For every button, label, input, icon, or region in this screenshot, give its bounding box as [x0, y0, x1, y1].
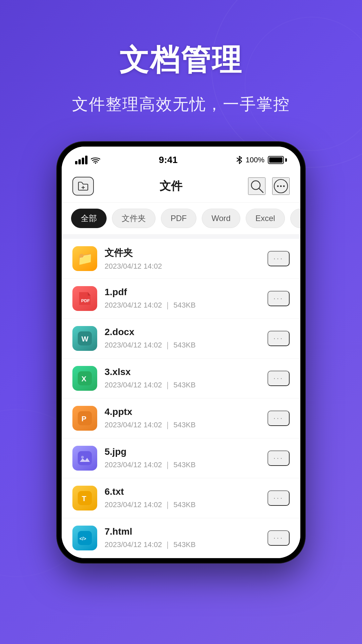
file-meta: 2023/04/12 14:02 ｜ 543KB: [105, 340, 260, 350]
file-name: 4.pptx: [105, 407, 260, 417]
file-meta: 2023/04/12 14:02 ｜ 543KB: [105, 420, 260, 430]
file-more-button[interactable]: ···: [267, 530, 290, 546]
file-more-button[interactable]: ···: [267, 251, 290, 266]
file-icon-pdf: PDF: [72, 286, 97, 311]
status-left: [75, 156, 100, 164]
status-right: 100%: [236, 156, 287, 164]
svg-line-4: [259, 189, 263, 193]
filter-tab-pdf[interactable]: PDF: [161, 209, 196, 228]
list-item[interactable]: 5.jpg 2023/04/12 14:02 ｜ 543KB ···: [62, 438, 300, 478]
jpg-icon-graphic: [78, 451, 92, 465]
add-folder-button[interactable]: [72, 177, 94, 196]
txt-icon-graphic: T: [78, 491, 92, 505]
file-icon-html: </>: [72, 526, 97, 550]
file-meta: 2023/04/12 14:02: [105, 262, 260, 271]
file-name: 3.xlsx: [105, 367, 260, 377]
file-icon-pptx: P: [72, 406, 97, 431]
file-meta: 2023/04/12 14:02 ｜ 543KB: [105, 540, 260, 550]
filter-tab-folder[interactable]: 文件夹: [112, 209, 156, 228]
file-more-button[interactable]: ···: [267, 331, 290, 346]
signal-icon: [75, 156, 87, 164]
phone-mockup: 9:41 100%: [57, 142, 305, 563]
file-meta: 2023/04/12 14:02 ｜ 543KB: [105, 500, 260, 510]
file-info: 2.docx 2023/04/12 14:02 ｜ 543KB: [105, 327, 260, 350]
search-icon: [249, 178, 264, 194]
svg-point-6: [277, 185, 279, 187]
battery-icon: [268, 156, 287, 164]
file-icon-jpg: [72, 446, 97, 471]
file-meta: 2023/04/12 14:02 ｜ 543KB: [105, 380, 260, 390]
filter-tab-all[interactable]: 全部: [71, 209, 107, 228]
file-icon-folder: 📁: [72, 246, 97, 271]
file-meta: 2023/04/12 14:02 ｜ 543KB: [105, 300, 260, 310]
file-icon-txt: T: [72, 486, 97, 511]
file-list: 📁 文件夹 2023/04/12 14:02 ··· PDF: [62, 239, 300, 558]
file-info: 3.xlsx 2023/04/12 14:02 ｜ 543KB: [105, 367, 260, 390]
svg-text:P: P: [81, 415, 86, 423]
file-info: 6.txt 2023/04/12 14:02 ｜ 543KB: [105, 486, 260, 510]
pdf-icon-graphic: PDF: [78, 291, 92, 306]
file-info: 1.pdf 2023/04/12 14:02 ｜ 543KB: [105, 287, 260, 310]
status-bar: 9:41 100%: [62, 147, 300, 170]
file-more-button[interactable]: ···: [267, 371, 290, 386]
file-more-button[interactable]: ···: [267, 490, 290, 506]
bluetooth-icon: [236, 156, 242, 164]
filter-tab-word[interactable]: Word: [202, 209, 240, 228]
file-icon-xlsx: X: [72, 366, 97, 391]
svg-rect-18: [78, 451, 92, 465]
app-header: 文件: [62, 170, 300, 203]
pptx-icon-graphic: P: [78, 411, 92, 425]
file-icon-docx: W: [72, 326, 97, 351]
folder-add-icon: [78, 181, 88, 191]
file-name: 5.jpg: [105, 446, 260, 457]
file-info: 5.jpg 2023/04/12 14:02 ｜ 543KB: [105, 446, 260, 470]
svg-text:T: T: [82, 494, 86, 503]
file-name: 文件夹: [105, 247, 260, 259]
battery-percent: 100%: [246, 156, 264, 164]
file-name: 6.txt: [105, 486, 260, 497]
svg-point-7: [280, 185, 282, 187]
docx-icon-graphic: W: [78, 331, 92, 345]
list-item[interactable]: PDF 1.pdf 2023/04/12 14:02 ｜ 543KB ···: [62, 279, 300, 319]
svg-point-19: [81, 456, 84, 459]
list-item[interactable]: X 3.xlsx 2023/04/12 14:02 ｜ 543KB ···: [62, 359, 300, 398]
header-actions: [248, 177, 290, 195]
filter-tabs: 全部 文件夹 PDF Word Excel PPT: [62, 203, 300, 234]
list-item[interactable]: T 6.txt 2023/04/12 14:02 ｜ 543KB ···: [62, 478, 300, 518]
list-item[interactable]: </> 7.html 2023/04/12 14:02 ｜ 543KB ···: [62, 518, 300, 558]
status-time: 9:41: [159, 155, 178, 165]
file-info: 4.pptx 2023/04/12 14:02 ｜ 543KB: [105, 407, 260, 430]
file-name: 1.pdf: [105, 287, 260, 298]
list-item[interactable]: P 4.pptx 2023/04/12 14:02 ｜ 543KB ···: [62, 398, 300, 438]
svg-text:</>: </>: [79, 536, 86, 541]
svg-text:PDF: PDF: [81, 298, 90, 303]
file-more-button[interactable]: ···: [267, 291, 290, 306]
file-more-button[interactable]: ···: [267, 450, 290, 466]
svg-text:W: W: [81, 335, 88, 343]
app-header-title: 文件: [160, 178, 182, 194]
list-item[interactable]: 📁 文件夹 2023/04/12 14:02 ···: [62, 239, 300, 279]
xlsx-icon-graphic: X: [78, 371, 92, 385]
svg-point-3: [251, 181, 260, 190]
more-icon: [273, 178, 289, 194]
filter-tab-ppt[interactable]: PPT: [290, 209, 300, 228]
search-button[interactable]: [248, 177, 265, 195]
phone-screen: 9:41 100%: [62, 147, 300, 558]
svg-point-8: [283, 185, 285, 187]
html-icon-graphic: </>: [78, 531, 92, 545]
file-name: 2.docx: [105, 327, 260, 337]
file-name: 7.html: [105, 526, 260, 537]
wifi-icon: [91, 156, 100, 164]
more-options-button[interactable]: [272, 177, 290, 195]
file-meta: 2023/04/12 14:02 ｜ 543KB: [105, 460, 260, 470]
svg-point-0: [95, 162, 96, 164]
file-info: 文件夹 2023/04/12 14:02: [105, 247, 260, 271]
svg-marker-10: [88, 292, 90, 296]
phone-frame: 9:41 100%: [57, 142, 305, 563]
list-item[interactable]: W 2.docx 2023/04/12 14:02 ｜ 543KB ···: [62, 319, 300, 359]
filter-tab-excel[interactable]: Excel: [246, 209, 285, 228]
svg-text:X: X: [81, 375, 86, 383]
file-more-button[interactable]: ···: [267, 411, 290, 426]
file-info: 7.html 2023/04/12 14:02 ｜ 543KB: [105, 526, 260, 550]
